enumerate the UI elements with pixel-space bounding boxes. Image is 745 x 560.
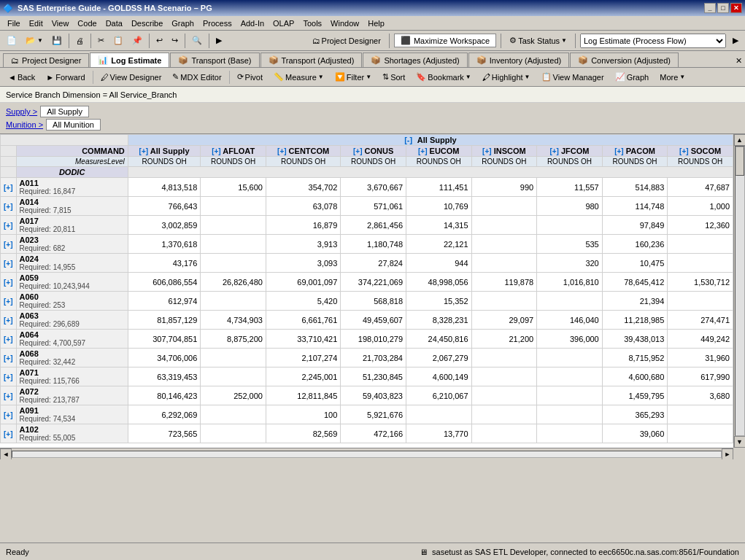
dodic-cell: A068Required: 32,442 (16, 349, 128, 368)
vertical-scrollbar[interactable]: ▲ ▼ (733, 134, 745, 448)
forward-button[interactable]: ► Forward (41, 69, 90, 85)
menu-view[interactable]: View (47, 18, 74, 29)
row-expand-button[interactable]: [+] (4, 316, 13, 324)
tab-inventory-adjusted[interactable]: 📦 Inventory (Adjusted) (468, 52, 569, 67)
munition-link[interactable]: Munition > (6, 120, 43, 129)
menu-help[interactable]: Help (363, 18, 389, 29)
measure-button[interactable]: 📏 Measure ▼ (269, 69, 329, 85)
tab-conversion-adjusted[interactable]: 📦 Conversion (Adjusted) (570, 52, 679, 67)
sort-button[interactable]: ⇅ Sort (377, 69, 410, 85)
menu-window[interactable]: Window (326, 18, 363, 29)
supply-value-button[interactable]: All Supply (40, 106, 89, 117)
pivot-button[interactable]: ⟳ Pivot (232, 69, 268, 85)
menu-graph[interactable]: Graph (167, 18, 198, 29)
row-expand-button[interactable]: [+] (4, 411, 13, 419)
menu-process[interactable]: Process (198, 18, 236, 29)
collapse-btn[interactable]: [-] (404, 136, 412, 144)
afloat-expand[interactable]: [+] (212, 147, 221, 155)
cut-button[interactable]: ✂ (94, 33, 108, 49)
menu-edit[interactable]: Edit (25, 18, 47, 29)
view-designer-button[interactable]: 🖊 View Designer (96, 69, 167, 85)
graph-button[interactable]: 📈 Graph (610, 69, 655, 85)
tabs-row: 🗂 Project Designer 📊 Log Estimate 📦 Tran… (0, 51, 745, 68)
menu-addin[interactable]: Add-In (236, 18, 269, 29)
eucom-cell: 14,315 (406, 216, 472, 235)
task-status-button[interactable]: ⚙ Task Status ▼ (506, 33, 571, 49)
row-expand-button[interactable]: [+] (4, 335, 13, 343)
horizontal-scrollbar[interactable]: ◄ ► (0, 448, 733, 459)
row-expand-button[interactable]: [+] (4, 373, 13, 381)
conus-expand[interactable]: [+] (353, 147, 363, 155)
scroll-left-button[interactable]: ◄ (0, 448, 12, 460)
inscom-cell (471, 216, 537, 235)
row-expand-button[interactable]: [+] (4, 279, 13, 287)
tab-transport-base[interactable]: 📦 Transport (Base) (170, 52, 259, 67)
eucom-expand[interactable]: [+] (418, 147, 428, 155)
menu-code[interactable]: Code (73, 18, 101, 29)
new-button[interactable]: 📄 (3, 33, 20, 49)
pacom-expand[interactable]: [+] (614, 147, 624, 155)
menu-olap[interactable]: OLAP (269, 18, 298, 29)
row-expand-button[interactable]: [+] (4, 354, 13, 362)
bookmark-button[interactable]: 🔖 Bookmark ▼ (411, 69, 476, 85)
minimize-button[interactable]: _ (704, 3, 716, 13)
copy-button[interactable]: 📋 (109, 33, 127, 49)
centcom-expand[interactable]: [+] (277, 147, 287, 155)
scroll-up-button[interactable]: ▲ (734, 134, 746, 146)
mdx-editor-button[interactable]: ✎ MDX Editor (167, 69, 226, 85)
dodic-value: A068 (20, 349, 125, 358)
process-flow-go-button[interactable]: ▶ (729, 33, 742, 49)
menu-tools[interactable]: Tools (298, 18, 326, 29)
row-expand-button[interactable]: [+] (4, 392, 13, 400)
row-expand-button[interactable]: [+] (4, 203, 13, 211)
view-manager-button[interactable]: 📋 View Manager (536, 69, 609, 85)
back-button[interactable]: ◄ Back (3, 69, 40, 85)
find-button[interactable]: 🔍 (188, 33, 206, 49)
row-expand-button[interactable]: [+] (4, 184, 13, 192)
row-expand-button[interactable]: [+] (4, 298, 13, 306)
more-arrow: ▼ (679, 74, 685, 80)
socom-expand[interactable]: [+] (679, 147, 689, 155)
title-bar-controls[interactable]: _ □ ✕ (704, 3, 742, 13)
tab-shortages-adjusted[interactable]: 📦 Shortages (Adjusted) (363, 52, 467, 67)
close-button[interactable]: ✕ (730, 3, 742, 13)
paste-button[interactable]: 📌 (128, 33, 146, 49)
inscom-expand[interactable]: [+] (482, 147, 492, 155)
menu-file[interactable]: File (3, 18, 25, 29)
tab-project-designer[interactable]: 🗂 Project Designer (3, 53, 89, 67)
open-button[interactable]: 📂▼ (22, 33, 47, 49)
supply-link[interactable]: Supply > (6, 107, 37, 116)
undo-button[interactable]: ↩ (153, 33, 166, 49)
socom-cell (668, 424, 733, 443)
row-expand-button[interactable]: [+] (4, 222, 13, 230)
filter-button[interactable]: 🔽 Filter ▼ (330, 69, 377, 85)
tab-transport-adjusted[interactable]: 📦 Transport (Adjusted) (260, 52, 363, 67)
maximize-workspace-button[interactable]: ⬛ Maximize Workspace (394, 34, 496, 47)
highlight-button[interactable]: 🖍 Highlight ▼ (477, 69, 536, 85)
row-expand-button[interactable]: [+] (4, 430, 13, 438)
jfcom-expand[interactable]: [+] (549, 147, 559, 155)
tabs-close-button[interactable]: ✕ (736, 56, 742, 67)
munition-value-button[interactable]: All Munition (46, 119, 101, 131)
menu-describe[interactable]: Describe (127, 18, 167, 29)
allsupply-expand[interactable]: [+] (139, 147, 149, 155)
maximize-ws-icon: ⬛ (401, 36, 411, 45)
scroll-right-button[interactable]: ► (722, 448, 733, 460)
row-expand-button[interactable]: [+] (4, 260, 13, 268)
run-button[interactable]: ▶ (212, 33, 225, 49)
restore-button[interactable]: □ (717, 3, 729, 13)
tab-log-estimate[interactable]: 📊 Log Estimate (90, 52, 169, 67)
print-button[interactable]: 🖨 (72, 33, 88, 49)
save-button[interactable]: 💾 (48, 33, 66, 49)
eucom-cell: 15,352 (406, 292, 472, 311)
redo-button[interactable]: ↪ (168, 33, 182, 49)
project-designer-button[interactable]: 🗂 Project Designer (309, 33, 385, 49)
data-container[interactable]: [-] All Supply COMMAND [+] All Supply [+… (0, 134, 733, 448)
row-expand-button[interactable]: [+] (4, 241, 13, 249)
more-button[interactable]: More ▼ (655, 69, 690, 85)
scroll-thumb[interactable] (736, 147, 744, 176)
process-flow-dropdown[interactable]: Log Estimate (Process Flow) (580, 34, 726, 48)
menu-data[interactable]: Data (101, 18, 127, 29)
inscom-cell (471, 254, 537, 273)
scroll-down-button[interactable]: ▼ (734, 436, 746, 448)
